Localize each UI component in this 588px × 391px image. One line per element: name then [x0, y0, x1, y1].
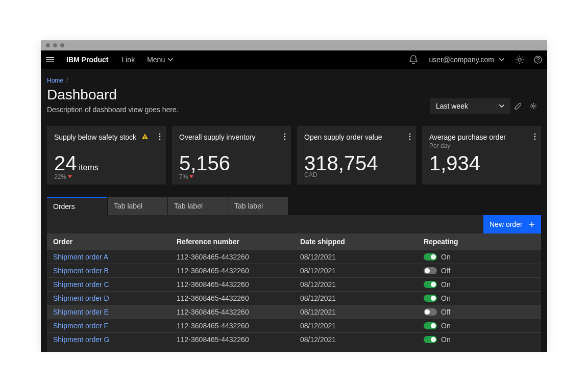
- nav-link[interactable]: Link: [115, 56, 141, 64]
- tab-label[interactable]: Tab label: [228, 197, 288, 215]
- app-window: IBM Product Link Menu user@company.com H…: [41, 40, 547, 352]
- repeating-cell: On: [418, 250, 541, 264]
- svg-point-25: [409, 138, 411, 140]
- column-header[interactable]: Reference number: [170, 233, 294, 250]
- global-header: IBM Product Link Menu user@company.com: [41, 50, 547, 69]
- hamburger-icon: [46, 56, 54, 64]
- table-row: Shipment order C 112-3608465-4432260 08/…: [47, 277, 541, 291]
- table-row: Shipment order B 112-3608465-4432260 08/…: [47, 264, 541, 277]
- breadcrumb-home[interactable]: Home: [47, 77, 63, 84]
- repeating-cell: On: [418, 319, 541, 332]
- card-footer: CAD: [304, 171, 317, 178]
- reference-cell: 112-3608465-4432260: [170, 332, 294, 346]
- order-link[interactable]: Shipment order A: [47, 250, 170, 264]
- svg-point-28: [534, 138, 536, 140]
- tabs: OrdersTab labelTab labelTab label: [47, 197, 541, 215]
- repeating-toggle[interactable]: [424, 281, 437, 288]
- repeating-cell: Off: [418, 305, 541, 319]
- card-value: 318,754: [304, 153, 378, 173]
- svg-line-11: [522, 57, 522, 57]
- card-footer: 22%: [54, 173, 72, 180]
- table-toolbar: New order: [47, 215, 541, 233]
- metric-card: Average purchase orderPer day1,934: [422, 126, 541, 185]
- trend-down-icon: [189, 175, 193, 178]
- help-icon: [534, 56, 542, 64]
- nav-menu-label: Menu: [147, 56, 165, 64]
- reference-cell: 112-3608465-4432260: [170, 250, 294, 264]
- column-header[interactable]: Order: [47, 233, 170, 250]
- card-value: 24items: [54, 153, 99, 173]
- toggle-label: On: [441, 322, 451, 330]
- window-dot: [46, 43, 50, 47]
- svg-point-22: [284, 138, 286, 140]
- breadcrumb-sep: /: [66, 77, 68, 84]
- chevron-down-icon: [499, 105, 504, 108]
- card-overflow-menu[interactable]: [284, 133, 286, 142]
- order-link[interactable]: Shipment order F: [47, 319, 170, 332]
- tab-label[interactable]: Tab label: [167, 197, 228, 215]
- card-value: 1,934: [429, 153, 480, 173]
- new-order-button[interactable]: New order: [483, 215, 541, 233]
- breadcrumb: Home /: [47, 77, 541, 86]
- repeating-cell: Off: [418, 264, 541, 277]
- card-overflow-menu[interactable]: [534, 133, 536, 142]
- column-header[interactable]: Repeating: [418, 233, 541, 250]
- settings-button[interactable]: [526, 98, 541, 114]
- table-row: Shipment order F 112-3608465-4432260 08/…: [47, 319, 541, 332]
- menu-toggle[interactable]: [41, 56, 59, 64]
- toggle-label: On: [441, 253, 451, 261]
- help-button[interactable]: [529, 56, 547, 64]
- date-cell: 08/12/2021: [294, 250, 418, 264]
- order-link[interactable]: Shipment order D: [47, 291, 170, 305]
- tab-orders[interactable]: Orders: [47, 197, 107, 215]
- repeating-toggle[interactable]: [424, 336, 437, 343]
- nav-menu[interactable]: Menu: [141, 56, 179, 64]
- page-description: Description of dashboard view goes here.: [47, 106, 179, 114]
- order-link[interactable]: Shipment order G: [47, 332, 170, 346]
- plus-icon: [529, 221, 535, 227]
- card-footer: 7%: [179, 173, 193, 180]
- svg-rect-16: [144, 138, 145, 139]
- svg-line-8: [517, 57, 517, 57]
- reference-cell: 112-3608465-4432260: [170, 319, 294, 332]
- edit-button[interactable]: [510, 98, 526, 114]
- date-cell: 08/12/2021: [294, 277, 418, 291]
- reference-cell: 112-3608465-4432260: [170, 291, 294, 305]
- order-link[interactable]: Shipment order E: [47, 305, 170, 319]
- repeating-toggle[interactable]: [424, 267, 437, 274]
- brightness-icon: [516, 56, 524, 64]
- card-overflow-menu[interactable]: [409, 133, 411, 142]
- notifications-button[interactable]: [404, 55, 423, 64]
- column-header[interactable]: Date shipped: [294, 233, 418, 250]
- trend-down-icon: [68, 175, 72, 178]
- window-dot: [60, 43, 64, 47]
- table-row: Shipment order D 112-3608465-4432260 08/…: [47, 291, 541, 305]
- card-title: Overall supply inventory: [179, 133, 284, 141]
- theme-toggle[interactable]: [510, 56, 529, 64]
- card-value: 5,156: [179, 153, 230, 173]
- tab-label[interactable]: Tab label: [107, 197, 167, 215]
- reference-cell: 112-3608465-4432260: [170, 264, 294, 277]
- repeating-toggle[interactable]: [424, 295, 437, 302]
- card-title: Open supply order value: [304, 133, 409, 141]
- page-title: Dashboard: [47, 86, 179, 103]
- card-overflow-menu[interactable]: [159, 133, 161, 142]
- user-menu[interactable]: user@company.com: [423, 56, 510, 64]
- warning-icon: [141, 133, 149, 142]
- repeating-cell: On: [418, 332, 541, 346]
- repeating-toggle[interactable]: [424, 253, 437, 260]
- metric-cards: Supply below safety stock24items22% Over…: [47, 126, 541, 185]
- svg-point-3: [518, 58, 521, 61]
- order-link[interactable]: Shipment order C: [47, 277, 170, 291]
- order-link[interactable]: Shipment order B: [47, 264, 170, 277]
- date-cell: 08/12/2021: [294, 319, 418, 332]
- date-range-value: Last week: [436, 102, 468, 110]
- bell-icon: [409, 55, 418, 64]
- date-range-dropdown[interactable]: Last week: [430, 98, 510, 114]
- svg-point-14: [532, 105, 534, 107]
- repeating-toggle[interactable]: [424, 308, 437, 316]
- svg-point-24: [409, 136, 411, 137]
- repeating-cell: On: [418, 291, 541, 305]
- window-dot: [53, 43, 57, 47]
- repeating-toggle[interactable]: [424, 322, 437, 329]
